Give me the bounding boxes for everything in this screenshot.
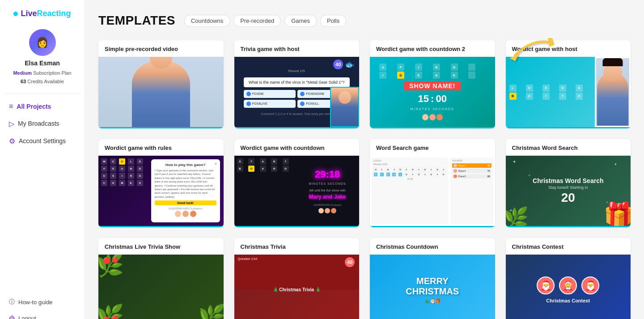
card-title: Wordict game with rules xyxy=(98,139,224,156)
list-icon: ≡ xyxy=(9,102,13,111)
info-icon: ⓘ xyxy=(9,298,15,306)
card-thumbnail: 40 Question 1/10 🎄 Christmas Trivia 🎄 xyxy=(234,255,360,319)
filter-games[interactable]: Games xyxy=(284,15,317,27)
card-title: Trivia game with host xyxy=(234,40,360,57)
avatar: 👩 xyxy=(29,29,56,56)
template-card-xmas-countdown[interactable]: Christmas Countdown MERRYCHRISTMAS 🎄🎅🎁 xyxy=(370,238,495,319)
filter-polls[interactable]: Polls xyxy=(320,15,346,27)
template-card-wordict-countdown2[interactable]: Wordict game with countdown 2 U P I N G xyxy=(370,40,495,128)
card-title: Wordict game with countdown 2 xyxy=(370,40,495,57)
template-card-wordict-host[interactable]: Wordict game with host L O D S A B E I T… xyxy=(506,40,631,128)
page-title: TEMPLATES xyxy=(98,13,175,28)
card-title: Wordict game with countdown xyxy=(234,139,360,156)
logo-text: LiveReacting xyxy=(21,9,71,18)
xmas-ws-title: Christmas Word Search xyxy=(533,177,603,184)
sidebar-item-all-projects[interactable]: ≡ All Projects xyxy=(0,98,85,115)
sidebar-item-my-broadcasts[interactable]: ▷ My Broadcasts xyxy=(0,115,85,132)
sidebar-item-how-to-guide[interactable]: ⓘ How-to guide xyxy=(9,294,76,310)
main-nav: ≡ All Projects ▷ My Broadcasts ⚙ Account… xyxy=(0,98,85,150)
subscription-plan: Medium Subscription Plan xyxy=(13,69,71,77)
card-title: Christmas Trivia xyxy=(234,238,360,255)
card-thumbnail: W O U L D F O U N D U S I N G xyxy=(98,156,224,227)
template-card-xmas-word-search[interactable]: Christmas Word Search ✦ ✦ ✦ ❄ ❄ 🌿 🎁 Chri… xyxy=(506,139,631,227)
card-title: Christmas Contest xyxy=(506,238,631,255)
logo-dot xyxy=(13,12,18,16)
sidebar-item-account-settings[interactable]: ⚙ Account Settings xyxy=(0,132,85,150)
xmas-ws-number: 20 xyxy=(561,191,575,205)
trivia-question: What is the name of the virus in "Metal … xyxy=(244,77,350,87)
gear-icon: ⚙ xyxy=(9,137,15,145)
template-card-word-search[interactable]: Word Search game LOGO Round 1/20 M A M A xyxy=(370,139,495,227)
card-thumbnail: MERRYCHRISTMAS 🎄🎅🎁 xyxy=(370,255,495,319)
card-thumbnail: 🎅 🤶 🎅 Christmas Contest xyxy=(506,255,631,319)
card-thumbnail: L O D S A B E I T H xyxy=(506,57,631,128)
template-card-wordict-countdown[interactable]: Wordict game with countdown S T A R T B … xyxy=(234,139,360,227)
sidebar: LiveReacting 👩 Elsa Esman Medium Subscri… xyxy=(0,0,85,319)
card-thumbnail: 🐟 40 Round 1/5 What is the name of the v… xyxy=(234,57,360,128)
card-title: Simple pre-recorded video xyxy=(98,40,224,57)
sidebar-bottom: ⓘ How-to guide ⏻ Logout Back to old vers… xyxy=(0,294,85,319)
nav-label-account-settings: Account Settings xyxy=(19,137,66,145)
card-title: Christmas Word Search xyxy=(506,139,631,156)
card-title: Word Search game xyxy=(370,139,495,156)
card-thumbnail: LOGO Round 1/20 M A M A M A M A xyxy=(370,156,495,227)
broadcast-icon: ▷ xyxy=(9,119,14,128)
main-content: TEMPLATES Countdowns Pre-recorded Games … xyxy=(85,0,644,319)
template-card-wordict-rules[interactable]: Wordict game with rules W O U L D F O U … xyxy=(98,139,224,227)
user-name: Elsa Esman xyxy=(25,60,60,67)
card-thumbnail: ✦ ✦ ✦ ❄ ❄ 🌿 🎁 Christmas Word Search Stay… xyxy=(506,156,631,227)
nav-label-all-projects: All Projects xyxy=(17,103,51,110)
logout-icon: ⏻ xyxy=(9,315,15,319)
nav-label-my-broadcasts: My Broadcasts xyxy=(18,120,59,127)
filter-tabs: Countdowns Pre-recorded Games Polls xyxy=(184,15,346,27)
template-card-xmas-trivia-show[interactable]: Christmas Live Trivia Show 🌿 🔴 🔴 🌿 🔴 🔴 🌿 xyxy=(98,238,224,319)
filter-countdowns[interactable]: Countdowns xyxy=(184,15,230,27)
card-title: Christmas Countdown xyxy=(370,238,495,255)
template-card-simple-prerecorded[interactable]: Simple pre-recorded video xyxy=(98,40,224,128)
template-card-trivia-host[interactable]: Trivia game with host 🐟 40 Round 1/5 Wha… xyxy=(234,40,360,128)
credits: 63 Credits Available xyxy=(21,79,64,84)
app-logo: LiveReacting xyxy=(13,9,71,18)
card-title: Wordict game with host xyxy=(506,40,631,57)
card-thumbnail: 🌿 🔴 🔴 🌿 🔴 🔴 🌿 xyxy=(98,255,224,319)
nav-divider xyxy=(4,93,80,94)
template-card-xmas-trivia[interactable]: Christmas Trivia 40 Question 1/10 🎄 Chri… xyxy=(234,238,360,319)
xmas-ws-subtitle: Stay tuned! Starting in xyxy=(548,185,588,190)
filter-prerecorded[interactable]: Pre-recorded xyxy=(233,15,281,27)
template-card-xmas-contest[interactable]: Christmas Contest 🎅 🤶 🎅 Christmas Contes… xyxy=(506,238,631,319)
templates-grid: Simple pre-recorded video Trivia game wi… xyxy=(98,40,631,319)
card-thumbnail: U P I N G I D E A K xyxy=(370,57,495,128)
avatar-image: 👩 xyxy=(29,29,56,56)
card-thumbnail xyxy=(98,57,224,128)
sidebar-item-logout[interactable]: ⏻ Logout xyxy=(9,311,76,319)
card-title: Christmas Live Trivia Show xyxy=(98,238,224,255)
card-thumbnail: S T A R T B O A R D 29:18 MINUTES xyxy=(234,156,360,227)
page-header: TEMPLATES Countdowns Pre-recorded Games … xyxy=(98,13,631,28)
